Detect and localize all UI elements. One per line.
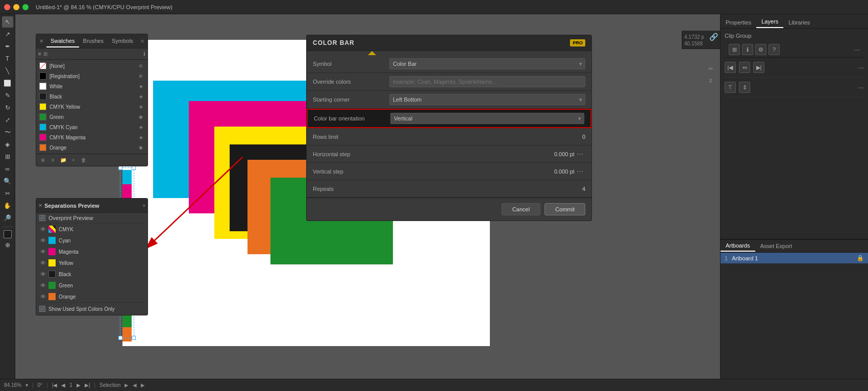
nav-prev[interactable]: ◀: [61, 382, 65, 388]
sep-cyan-row[interactable]: 👁 Cyan: [36, 235, 147, 246]
mesh-tool[interactable]: ⊞: [2, 151, 13, 162]
sep-green-visibility[interactable]: 👁: [39, 282, 46, 289]
line-tool[interactable]: ╲: [2, 65, 13, 77]
nav-next-next[interactable]: ▶|: [85, 382, 90, 388]
maximize-button[interactable]: [22, 4, 29, 10]
info-icon[interactable]: ℹ: [742, 44, 753, 55]
sep-green-row[interactable]: 👁 Green: [36, 280, 147, 291]
brushes-tab[interactable]: Brushes: [79, 35, 108, 47]
swatches-close-button[interactable]: ✕: [38, 37, 44, 46]
swatch-libraries-icon[interactable]: ⊕: [38, 156, 47, 165]
align-left-icon[interactable]: |◀: [725, 62, 736, 73]
select-tool[interactable]: ↖: [2, 16, 13, 28]
swatch-info-icon[interactable]: ℹ: [143, 51, 145, 57]
zoom-tool[interactable]: 🔎: [2, 212, 13, 224]
swatch-registration[interactable]: [Registration] ⊕: [36, 71, 147, 81]
swatch-cmyk-cyan[interactable]: CMYK Cyan ◈: [36, 122, 147, 132]
rectangle-tool[interactable]: ⬜: [2, 78, 13, 89]
commit-button[interactable]: Commit: [544, 203, 585, 215]
swatch-cmyk-magenta[interactable]: CMYK Magenta ◈: [36, 132, 147, 142]
sep-cmyk-visibility[interactable]: 👁: [39, 226, 46, 233]
dialog-corner-select[interactable]: Left Bottom Left Top Right Bottom Right …: [389, 94, 585, 105]
dialog-orientation-select[interactable]: Vertical Horizontal: [390, 113, 584, 124]
handle-tl[interactable]: [118, 166, 122, 170]
swatches-tab[interactable]: Swatches: [46, 35, 79, 47]
blend-tool[interactable]: ∞: [2, 163, 13, 175]
artboards-tab[interactable]: Artboards: [721, 240, 755, 252]
warp-tool[interactable]: 〜: [2, 127, 13, 138]
nav-next[interactable]: ▶: [77, 382, 81, 388]
handle-bl[interactable]: [118, 336, 122, 340]
artboard-nav-icon[interactable]: ◀: [133, 382, 137, 388]
settings-icon[interactable]: ⚙: [755, 44, 766, 55]
transform-icon[interactable]: ⊞: [729, 44, 740, 55]
minimize-button[interactable]: [13, 4, 19, 10]
swatch-black[interactable]: Black ◈: [36, 91, 147, 102]
artboard-scroll-icon[interactable]: ▶: [141, 382, 145, 388]
dialog-h-step-more[interactable]: ···: [575, 150, 585, 159]
panel-menu-icon[interactable]: ≡: [139, 37, 145, 46]
swatch-white[interactable]: White ◈: [36, 81, 147, 91]
align-horizontal-icon[interactable]: ⇔: [705, 63, 715, 74]
align-right-icon[interactable]: ▶|: [753, 62, 764, 73]
swatch-list-view-icon[interactable]: ≡: [38, 51, 41, 57]
sep-yellow-row[interactable]: 👁 Yellow: [36, 257, 147, 268]
swatch-cmyk-yellow[interactable]: CMYK Yellow ◈: [36, 102, 147, 112]
type-tool[interactable]: T: [2, 53, 13, 64]
symbol-tool[interactable]: ⊕: [2, 239, 13, 251]
swatch-orange[interactable]: Orange ◉: [36, 142, 147, 153]
sep-cmyk-row[interactable]: 👁 CMYK: [36, 224, 147, 235]
sep-magenta-row[interactable]: 👁 Magenta: [36, 246, 147, 257]
artboard-1-row[interactable]: 1 Artboard 1 🔒: [721, 253, 868, 263]
distribute-more-icon[interactable]: ···: [858, 83, 864, 91]
sep-cyan-visibility[interactable]: 👁: [39, 237, 46, 244]
transform-link-icon[interactable]: 🔗: [709, 33, 718, 41]
swatch-show-kinds-icon[interactable]: ≡: [48, 156, 58, 165]
tab-libraries[interactable]: Libraries: [783, 17, 815, 28]
align-vertical-icon[interactable]: ⇕: [705, 76, 715, 86]
tab-properties[interactable]: Properties: [721, 17, 756, 28]
help-icon[interactable]: ?: [768, 44, 780, 55]
fill-color[interactable]: [4, 230, 12, 238]
swatch-grid-view-icon[interactable]: ⊞: [43, 51, 47, 57]
sep-yellow-visibility[interactable]: 👁: [39, 259, 46, 266]
sep-orange-row[interactable]: 👁 Orange: [36, 291, 147, 302]
sep-black-row[interactable]: 👁 Black: [36, 268, 147, 280]
swatch-new-swatch-icon[interactable]: +: [69, 156, 78, 165]
scale-tool[interactable]: ⤢: [2, 114, 13, 126]
rotate-tool[interactable]: ↻: [2, 102, 13, 113]
cancel-button[interactable]: Cancel: [502, 203, 540, 215]
paintbrush-tool[interactable]: ✎: [2, 90, 13, 101]
sep-panel-close[interactable]: ✕: [38, 203, 42, 208]
show-spot-colors-checkbox[interactable]: [39, 306, 45, 312]
align-more-icon[interactable]: ···: [858, 63, 864, 71]
properties-more-icon[interactable]: ···: [854, 45, 860, 54]
hand-tool[interactable]: ✋: [2, 200, 13, 211]
close-button[interactable]: [4, 4, 10, 10]
align-center-h-icon[interactable]: ⇔: [739, 62, 750, 73]
swatch-green[interactable]: Green ◉: [36, 112, 147, 122]
overprint-checkbox[interactable]: [39, 215, 45, 221]
gradient-tool[interactable]: ◈: [2, 139, 13, 150]
dialog-v-step-more[interactable]: ···: [575, 167, 585, 176]
asset-export-tab[interactable]: Asset Export: [755, 241, 797, 251]
direct-select-tool[interactable]: ↗: [2, 29, 13, 40]
dialog-symbol-select[interactable]: Color Bar: [389, 58, 585, 69]
sep-black-visibility[interactable]: 👁: [39, 271, 46, 278]
symbols-tab[interactable]: Symbols: [108, 35, 137, 47]
sep-panel-collapse[interactable]: »: [142, 203, 145, 208]
swatch-delete-icon[interactable]: 🗑: [79, 156, 88, 165]
sep-orange-visibility[interactable]: 👁: [39, 293, 46, 300]
nav-prev-prev[interactable]: |◀: [52, 382, 58, 388]
tab-layers[interactable]: Layers: [756, 16, 783, 28]
zoom-dropdown-icon[interactable]: ▾: [26, 382, 28, 388]
pen-tool[interactable]: ✒: [2, 41, 13, 52]
dialog-override-input[interactable]: [389, 76, 585, 87]
swatch-none[interactable]: [None] ⊘: [36, 61, 147, 71]
align-middle-icon[interactable]: ⇕: [739, 82, 750, 93]
sep-magenta-visibility[interactable]: 👁: [39, 248, 46, 255]
align-top-icon[interactable]: ⊤: [725, 82, 736, 93]
swatch-new-color-group-icon[interactable]: 📁: [59, 156, 68, 165]
eyedropper-tool[interactable]: 🔍: [2, 176, 13, 187]
scissors-tool[interactable]: ✂: [2, 188, 13, 199]
